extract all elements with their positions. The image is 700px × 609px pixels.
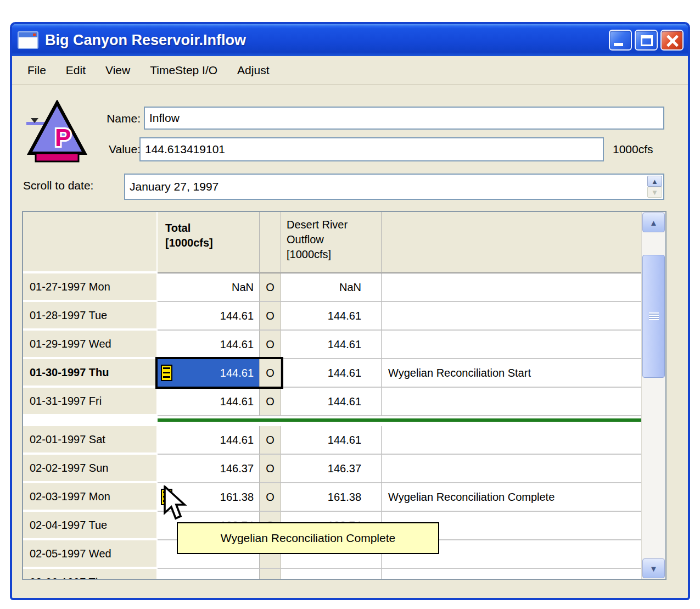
total-value: 144.61	[220, 395, 254, 407]
date-cell[interactable]: 02-03-1997 Mon	[23, 483, 158, 512]
scrollbar-up-button[interactable]: ▲	[642, 213, 665, 232]
maximize-icon	[641, 35, 653, 46]
menu-file[interactable]: File	[27, 64, 46, 77]
date-cell[interactable]: 01-30-1997 Thu	[23, 359, 158, 388]
note-cell[interactable]	[381, 331, 641, 359]
flag-cell[interactable]: O	[259, 388, 281, 416]
desert-river-cell[interactable]: 144.61	[281, 359, 381, 388]
header-notes-column[interactable]	[381, 212, 641, 273]
note-cell[interactable]	[381, 569, 641, 579]
total-cell[interactable]: 144.61	[158, 359, 259, 388]
scrollbar-thumb[interactable]	[642, 255, 665, 378]
table-row[interactable]: 02-02-1997 Sun 146.37 O 146.37	[23, 455, 641, 483]
note-cell[interactable]	[381, 302, 641, 331]
scroll-up-icon: ▲	[649, 218, 658, 227]
title-bar[interactable]: Big Canyon Reservoir.Inflow	[12, 24, 688, 56]
total-cell[interactable]: 144.61	[158, 426, 259, 455]
desert-river-cell[interactable]: 144.61	[281, 331, 381, 359]
desert-river-cell[interactable]: 161.38	[281, 483, 381, 512]
header-flag-column[interactable]	[259, 212, 281, 273]
scrollbar-track[interactable]	[642, 233, 665, 558]
note-cell[interactable]	[381, 426, 641, 455]
name-input-text: Inflow	[149, 111, 180, 125]
date-spinner: ▲ ▼	[647, 176, 662, 198]
vertical-scrollbar[interactable]: ▲ ▼	[641, 212, 665, 579]
total-cell[interactable]: NaN	[158, 273, 259, 302]
total-cell[interactable]: 144.61	[158, 388, 259, 416]
scrollbar-down-button[interactable]: ▼	[642, 558, 665, 578]
maximize-button[interactable]	[635, 30, 658, 51]
date-cell[interactable]: 01-27-1997 Mon	[23, 273, 158, 302]
table-row[interactable]: 02-06-1997 Thu 253.41 O 253.41	[23, 569, 641, 579]
date-cell[interactable]: 01-28-1997 Tue	[23, 302, 158, 331]
flag-cell[interactable]: O	[259, 273, 281, 302]
total-cell[interactable]: 253.41	[158, 569, 259, 579]
scroll-to-date-input[interactable]: January 27, 1997 ▲ ▼	[124, 174, 664, 200]
table-row[interactable]: 01-29-1997 Wed 144.61 O 144.61	[23, 331, 641, 359]
desert-river-cell[interactable]: 144.61	[281, 302, 381, 331]
note-cell[interactable]	[381, 273, 641, 302]
total-value: 144.61	[220, 434, 254, 446]
date-cell[interactable]: 02-01-1997 Sat	[23, 426, 158, 455]
menu-edit[interactable]: Edit	[66, 64, 86, 77]
desert-river-cell[interactable]: 144.61	[281, 426, 381, 455]
total-value: 146.37	[220, 462, 254, 474]
table-header-row: Total [1000cfs] Desert River Outflow [10…	[23, 212, 641, 273]
date-cell[interactable]: 01-31-1997 Fri	[23, 388, 158, 416]
table-row[interactable]: 01-27-1997 Mon NaN O NaN	[23, 273, 641, 302]
flag-cell[interactable]: O	[259, 302, 281, 331]
table-row[interactable]: 01-28-1997 Tue 144.61 O 144.61	[23, 302, 641, 331]
green-divider-line	[158, 418, 641, 422]
spinner-up-icon: ▲	[651, 177, 658, 186]
total-value: 144.61	[220, 310, 254, 322]
spinner-up-button[interactable]: ▲	[647, 176, 662, 187]
desert-river-cell[interactable]: 146.37	[281, 455, 381, 483]
total-cell[interactable]: 146.37	[158, 455, 259, 483]
header-date-column[interactable]	[23, 212, 158, 273]
value-label: Value:	[24, 143, 141, 156]
total-cell[interactable]: 144.61	[158, 302, 259, 331]
close-button[interactable]	[660, 30, 684, 51]
flag-cell[interactable]: O	[259, 426, 281, 455]
note-cell[interactable]: Wygelian Reconciliation Start	[381, 359, 641, 388]
date-cell[interactable]: 02-05-1997 Wed	[23, 540, 158, 569]
total-value: NaN	[232, 281, 254, 293]
note-tooltip: Wygelian Reconciliation Complete	[177, 522, 439, 554]
note-cell[interactable]: Wygelian Reconciliation Complete	[381, 483, 641, 512]
desert-river-cell[interactable]: 144.61	[281, 388, 381, 416]
date-cell[interactable]: 01-29-1997 Wed	[23, 331, 158, 359]
flag-cell[interactable]: O	[259, 331, 281, 359]
date-cell[interactable]: 02-06-1997 Thu	[23, 569, 158, 579]
menu-bar: File Edit View TimeStep I/O Adjust	[12, 56, 688, 85]
reservoir-icon: P P	[26, 100, 88, 166]
date-cell[interactable]: 02-04-1997 Tue	[23, 512, 158, 540]
menu-view[interactable]: View	[105, 64, 130, 77]
flag-cell[interactable]: O	[259, 455, 281, 483]
desert-river-cell[interactable]: NaN	[281, 273, 381, 302]
header-desert-river-column[interactable]: Desert River Outflow [1000cfs]	[281, 212, 381, 273]
header-total-column[interactable]: Total [1000cfs]	[158, 212, 259, 273]
flag-cell[interactable]: O	[259, 569, 281, 579]
minimize-button[interactable]	[609, 30, 632, 51]
total-cell[interactable]: 161.38	[158, 483, 259, 512]
table-row[interactable]: 02-01-1997 Sat 144.61 O 144.61	[23, 426, 641, 455]
note-cell[interactable]	[381, 455, 641, 483]
spinner-down-button[interactable]: ▼	[647, 187, 662, 198]
date-cell[interactable]: 02-02-1997 Sun	[23, 455, 158, 483]
table-row[interactable]: 02-03-1997 Mon 161.38 O 161.38 Wygelian …	[23, 483, 641, 512]
menu-adjust[interactable]: Adjust	[237, 64, 269, 77]
value-input[interactable]: 144.613419101	[139, 137, 604, 161]
menu-timestep-io[interactable]: TimeStep I/O	[150, 64, 217, 77]
desert-river-cell[interactable]: 253.41	[281, 569, 381, 579]
total-cell[interactable]: 144.61	[158, 331, 259, 359]
name-input[interactable]: Inflow	[144, 107, 664, 130]
thumb-grip-icon	[649, 312, 659, 320]
flag-cell[interactable]: O	[259, 359, 281, 388]
note-icon[interactable]	[161, 489, 172, 505]
note-cell[interactable]	[381, 388, 641, 416]
window-icon	[18, 31, 38, 49]
table-row[interactable]: 01-30-1997 Thu 144.61 O 144.61 Wygelian …	[23, 359, 641, 388]
table-row[interactable]: 01-31-1997 Fri 144.61 O 144.61	[23, 388, 641, 416]
note-icon[interactable]	[161, 365, 172, 381]
flag-cell[interactable]: O	[259, 483, 281, 512]
